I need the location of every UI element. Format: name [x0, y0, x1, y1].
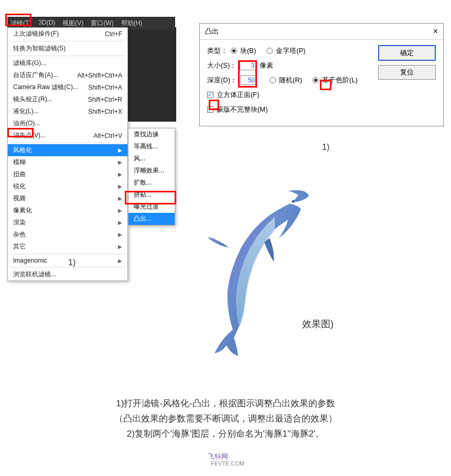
menu-item-noise[interactable]: 杂色 ▶ — [8, 229, 127, 241]
submenu-item-extrude[interactable]: 凸出... — [128, 213, 175, 225]
menu-window[interactable]: 窗口(W) — [91, 19, 113, 28]
radio-block[interactable] — [231, 48, 237, 54]
menu-item-distort[interactable]: 扭曲 ▶ — [8, 168, 127, 180]
separator — [10, 143, 125, 143]
highlight-box-filter-menu — [5, 14, 31, 26]
menu-item-pixelate[interactable]: 像素化 ▶ — [8, 204, 127, 217]
svg-point-0 — [292, 200, 294, 202]
menu-item-blur[interactable]: 模糊 ▶ — [8, 156, 127, 168]
watermark-url: FEVTE.COM — [211, 460, 244, 467]
checkbox-mask-label: 蒙版不完整块(M) — [217, 105, 268, 114]
menu-shortcut: Shift+Ctrl+A — [88, 84, 122, 91]
menu-item-imagenomic[interactable]: Imagenomic ▶ — [8, 255, 127, 266]
menu-shortcut: Alt+Shift+Ctrl+A — [77, 72, 122, 79]
menu-item-label: 油画(O)... — [13, 119, 40, 128]
menu-item-label: 自适应广角(A)... — [13, 71, 58, 80]
menu-item-label: 转换为智能滤镜(S) — [13, 44, 66, 53]
menu-shortcut: Shift+Ctrl+R — [88, 96, 122, 103]
submenu-item-find-edges[interactable]: 查找边缘 — [128, 128, 175, 140]
menu-item-liquify[interactable]: 液化(L)... Shift+Ctrl+X — [8, 105, 127, 117]
menu-item-browse-online[interactable]: 浏览联机滤镜... — [8, 268, 127, 280]
submenu-arrow-icon: ▶ — [118, 159, 122, 165]
highlight-box-level-based — [320, 80, 331, 90]
row-cube-front: 立方体正面(F) — [207, 90, 436, 100]
menu-item-label: 锐化 — [13, 182, 26, 191]
ok-button[interactable]: 确定 — [378, 45, 436, 61]
instruction-line-2: （凸出效果的参数需要不断调试，调整出最适合的效果） — [0, 412, 451, 427]
size-unit: 像素 — [260, 61, 273, 70]
checkbox-cube-front[interactable] — [207, 92, 213, 98]
dialog-titlebar: 凸出 × — [200, 24, 443, 40]
instruction-line-1: 1)打开滤镜-风格化-凸出，根据图示调整凸出效果的参数 — [0, 396, 451, 412]
submenu-item-wind[interactable]: 风... — [128, 153, 175, 165]
highlight-box-stylize — [7, 128, 34, 137]
radio-pyramid[interactable] — [266, 48, 273, 54]
reset-button[interactable]: 复位 — [378, 65, 436, 80]
menu-item-label: 上次滤镜操作(F) — [13, 29, 59, 38]
menu-item-sharpen[interactable]: 锐化 ▶ — [8, 180, 127, 192]
highlight-box-extrude — [125, 191, 176, 204]
submenu-arrow-icon: ▶ — [118, 244, 122, 250]
effect-label: 效果图) — [302, 318, 334, 330]
menu-item-video[interactable]: 视频 ▶ — [8, 192, 127, 204]
menu-item-label: 扭曲 — [13, 170, 26, 179]
menu-item-last-filter[interactable]: 上次滤镜操作(F) Ctrl+F — [8, 28, 127, 40]
submenu-arrow-icon: ▶ — [118, 258, 122, 264]
close-icon[interactable]: × — [433, 27, 438, 36]
menu-shortcut: Ctrl+F — [105, 30, 122, 38]
row-mask: 蒙版不完整块(M) — [207, 105, 436, 114]
menu-item-label: 像素化 — [13, 206, 32, 215]
radio-random-label: 随机(R) — [279, 75, 302, 85]
submenu-arrow-icon: ▶ — [118, 208, 122, 213]
menu-item-label: Imagenomic — [13, 257, 47, 264]
menu-item-label: 模糊 — [13, 158, 26, 167]
radio-pyramid-label: 金字塔(P) — [276, 46, 305, 56]
menu-item-lens[interactable]: 镜头校正(R)... Shift+Ctrl+R — [8, 93, 127, 105]
submenu-arrow-icon: ▶ — [118, 147, 122, 153]
app-dark-background — [128, 27, 176, 122]
figure-label-1b: 1) — [322, 143, 329, 152]
radio-block-label: 块(B) — [240, 46, 256, 56]
menu-item-label: 镜头校正(R)... — [13, 95, 52, 104]
menu-help[interactable]: 帮助(H) — [121, 19, 143, 28]
submenu-arrow-icon: ▶ — [118, 183, 122, 189]
menu-view[interactable]: 视图(V) — [62, 19, 83, 28]
radio-level-based[interactable] — [313, 77, 319, 83]
menu-item-camera-raw[interactable]: Camera Raw 滤镜(C)... Shift+Ctrl+A — [8, 81, 127, 93]
instruction-text: 1)打开滤镜-风格化-凸出，根据图示调整凸出效果的参数 （凸出效果的参数需要不断… — [0, 396, 451, 442]
separator — [10, 254, 125, 254]
extrude-dialog: 凸出 × 类型： 块(B) 金字塔(P) 大小(S)： 像素 深度(D)： 随机… — [199, 23, 444, 126]
submenu-arrow-icon: ▶ — [118, 171, 122, 177]
menu-item-stylize[interactable]: 风格化 ▶ — [8, 144, 127, 156]
menu-3d[interactable]: 3D(D) — [38, 19, 55, 28]
menu-item-gallery[interactable]: 滤镜库(G)... — [8, 57, 127, 69]
filter-dropdown: 上次滤镜操作(F) Ctrl+F 转换为智能滤镜(S) 滤镜库(G)... 自适… — [7, 27, 128, 281]
menu-item-label: 浏览联机滤镜... — [13, 270, 56, 279]
menu-item-smart-filter[interactable]: 转换为智能滤镜(S) — [8, 42, 127, 55]
menu-item-render[interactable]: 渲染 ▶ — [8, 217, 127, 229]
menu-item-label: 风格化 — [13, 146, 32, 155]
menu-item-label: 滤镜库(G)... — [13, 59, 46, 68]
checkbox-cube-label: 立方体正面(F) — [217, 90, 260, 100]
dialog-title-text: 凸出 — [205, 27, 219, 36]
radio-random[interactable] — [270, 77, 276, 83]
stylize-submenu: 查找边缘 等高线... 风... 浮雕效果... 扩散... 拼贴... 曝光过… — [128, 128, 175, 225]
size-label: 大小(S)： — [207, 61, 237, 70]
dolphin-illustration — [196, 180, 312, 359]
menu-item-label: 视频 — [13, 194, 26, 203]
highlight-box-size-depth — [238, 60, 257, 88]
submenu-item-contour[interactable]: 等高线... — [128, 140, 175, 153]
submenu-arrow-icon: ▶ — [118, 232, 122, 237]
submenu-item-emboss[interactable]: 浮雕效果... — [128, 165, 175, 177]
submenu-arrow-icon: ▶ — [118, 196, 122, 201]
separator — [10, 41, 125, 41]
menu-item-adaptive[interactable]: 自适应广角(A)... Alt+Shift+Ctrl+A — [8, 69, 127, 81]
menu-item-label: 其它 — [13, 242, 26, 251]
depth-label: 深度(D)： — [207, 75, 237, 85]
menu-item-other[interactable]: 其它 ▶ — [8, 241, 127, 253]
submenu-item-diffuse[interactable]: 扩散... — [128, 177, 175, 189]
menu-shortcut: Shift+Ctrl+X — [88, 108, 122, 115]
dialog-buttons: 确定 复位 — [378, 45, 436, 84]
menu-item-label: 杂色 — [13, 230, 26, 239]
separator — [10, 267, 125, 267]
